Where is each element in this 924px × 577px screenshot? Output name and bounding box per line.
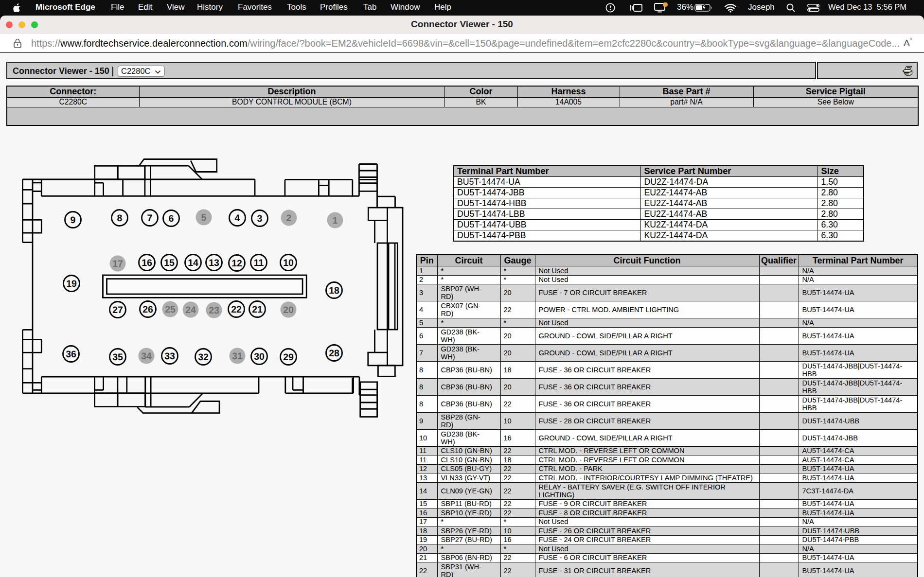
- svg-text:6: 6: [169, 213, 174, 224]
- svg-text:7: 7: [147, 213, 153, 224]
- svg-text:3: 3: [257, 213, 263, 224]
- svg-text:1: 1: [333, 215, 338, 226]
- svg-text:34: 34: [141, 351, 152, 362]
- svg-text:8: 8: [117, 213, 123, 224]
- svg-text:29: 29: [283, 352, 294, 363]
- svg-text:19: 19: [66, 279, 77, 289]
- svg-text:21: 21: [252, 304, 263, 315]
- svg-text:20: 20: [283, 305, 294, 315]
- svg-text:23: 23: [209, 305, 219, 316]
- svg-text:12: 12: [231, 258, 242, 269]
- svg-text:35: 35: [112, 352, 123, 363]
- svg-text:14: 14: [188, 258, 198, 268]
- svg-text:27: 27: [112, 305, 123, 315]
- svg-text:11: 11: [254, 258, 264, 268]
- svg-text:17: 17: [112, 259, 123, 269]
- svg-text:36: 36: [66, 349, 76, 360]
- svg-text:26: 26: [142, 304, 153, 315]
- svg-text:22: 22: [231, 304, 242, 315]
- svg-text:28: 28: [329, 348, 339, 359]
- svg-text:16: 16: [142, 258, 152, 268]
- svg-text:2: 2: [286, 213, 292, 224]
- svg-text:33: 33: [164, 351, 175, 362]
- svg-text:31: 31: [232, 351, 243, 362]
- svg-text:10: 10: [283, 258, 294, 268]
- svg-text:9: 9: [71, 215, 76, 226]
- svg-text:24: 24: [185, 305, 196, 315]
- svg-text:15: 15: [164, 258, 175, 268]
- svg-text:25: 25: [165, 304, 176, 315]
- svg-text:18: 18: [329, 285, 339, 296]
- svg-text:4: 4: [235, 213, 240, 224]
- svg-text:30: 30: [254, 351, 265, 362]
- svg-text:32: 32: [198, 352, 209, 363]
- svg-text:13: 13: [209, 258, 219, 268]
- svg-text:5: 5: [201, 212, 207, 223]
